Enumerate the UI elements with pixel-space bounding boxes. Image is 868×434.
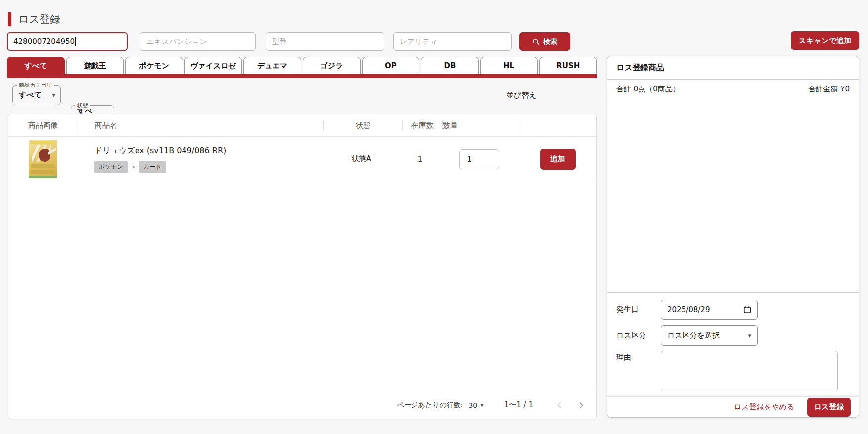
tab-op[interactable]: OP [362, 57, 420, 74]
card-art [48, 147, 56, 160]
rows-per-page-value: 30 [468, 401, 477, 409]
search-button-label: 検索 [543, 37, 558, 46]
tab-label: OP [385, 61, 397, 70]
quantity-input[interactable] [459, 149, 499, 169]
category-breadcrumb: ポケモン > カード [94, 161, 322, 173]
column-divider [522, 120, 522, 131]
chevron-right-icon [576, 400, 587, 411]
scan-add-label: スキャンで追加 [799, 36, 852, 45]
add-button-label: 追加 [550, 154, 565, 164]
title-accent-bar [8, 12, 11, 26]
next-page-button[interactable] [575, 399, 588, 412]
barcode-value: 4280007204950 [13, 37, 75, 46]
header-quantity: 数量 [443, 121, 522, 130]
chevron-down-icon: ▾ [45, 91, 55, 99]
add-button[interactable]: 追加 [540, 149, 576, 170]
pagination-bar: ページあたりの行数: 30 ▾ 1〜1 / 1 [8, 391, 596, 419]
header-name: 商品名 [78, 121, 323, 130]
product-condition: 状態A [322, 154, 401, 164]
chevron-left-icon [554, 400, 565, 411]
category-filter-value: すべて [19, 90, 42, 100]
category-chip: カード [139, 161, 166, 173]
tab-yugioh[interactable]: 遊戯王 [66, 57, 124, 74]
page-header: ロス登録 [8, 12, 60, 27]
rows-per-page-select[interactable]: 30 ▾ [468, 401, 483, 409]
panel-totals-row: 合計 0点（0商品） 合計金額 ¥0 [607, 80, 859, 99]
tab-label: すべて [24, 61, 47, 71]
card-art [30, 141, 55, 144]
cancel-loss-button[interactable]: ロス登録をやめる [734, 402, 794, 412]
tab-label: ヴァイスロゼ [190, 61, 236, 71]
panel-title: ロス登録商品 [607, 56, 859, 80]
condition-filter-label: 状態 [75, 102, 90, 109]
tab-rush[interactable]: RUSH [539, 57, 597, 74]
submit-loss-label: ロス登録 [814, 402, 844, 412]
panel-footer: ロス登録をやめる ロス登録 [607, 396, 859, 417]
text-cursor [75, 37, 76, 46]
reason-label: 理由 [616, 351, 661, 362]
product-table-card: 商品画像 商品名 状態 在庫数 数量 ドリュウズex (sv11B 049/08… [8, 114, 597, 419]
tab-weiss[interactable]: ヴァイスロゼ [184, 57, 242, 74]
tab-underline [7, 74, 597, 78]
rows-per-page-label: ページあたりの行数: [397, 401, 463, 410]
expansion-input[interactable] [140, 32, 256, 51]
table-header: 商品画像 商品名 状態 在庫数 数量 [8, 114, 596, 137]
calendar-icon [743, 306, 751, 314]
tab-godzilla[interactable]: ゴジラ [303, 57, 361, 74]
tab-db[interactable]: DB [421, 57, 479, 74]
total-amount: 合計金額 ¥0 [808, 85, 850, 94]
tab-pokemon[interactable]: ポケモン [125, 57, 183, 74]
tab-label: デュエマ [257, 61, 287, 71]
date-input[interactable]: 2025/08/29 [661, 300, 758, 320]
sort-text-label: 並び替え [506, 91, 537, 100]
page-title: ロス登録 [18, 12, 60, 26]
category-tabbar: すべて 遊戯王 ポケモン ヴァイスロゼ デュエマ ゴジラ OP DB HL RU… [7, 57, 597, 78]
tab-label: 遊戯王 [84, 61, 106, 71]
chevron-down-icon: ▾ [748, 332, 751, 339]
tab-label: ゴジラ [320, 61, 343, 71]
category-filter-label: 商品カテゴリ [17, 82, 54, 89]
previous-page-button[interactable] [553, 399, 566, 412]
table-row: ドリュウズex (sv11B 049/086 RR) ポケモン > カード 状態… [8, 137, 596, 181]
category-filter-select[interactable]: 商品カテゴリ すべて ▾ [12, 85, 61, 105]
search-icon [532, 38, 540, 45]
product-name: ドリュウズex (sv11B 049/086 RR) [94, 146, 322, 156]
tab-label: RUSH [556, 61, 580, 70]
loss-registration-panel: ロス登録商品 合計 0点（0商品） 合計金額 ¥0 発生日 2025/08/29… [607, 56, 859, 418]
card-art [29, 176, 57, 178]
total-items: 合計 0点（0商品） [616, 85, 680, 94]
category-chip: ポケモン [94, 161, 128, 173]
chevron-right-icon: > [131, 164, 136, 170]
product-stock: 1 [401, 155, 440, 164]
loss-type-value: ロス区分を選択 [667, 331, 720, 340]
search-button[interactable]: 検索 [519, 32, 570, 51]
model-number-input[interactable] [266, 32, 384, 51]
loss-form: 発生日 2025/08/29 ロス区分 ロス区分を選択 ▾ 理由 [607, 293, 859, 396]
pagination-range: 1〜1 / 1 [504, 400, 533, 410]
rarity-input[interactable] [393, 32, 512, 51]
tab-hl[interactable]: HL [480, 57, 538, 74]
header-stock: 在庫数 [403, 121, 442, 130]
barcode-input[interactable]: 4280007204950 [7, 32, 128, 51]
chevron-down-icon: ▾ [477, 401, 484, 409]
reason-textarea[interactable] [661, 351, 838, 391]
date-label: 発生日 [616, 305, 661, 314]
tab-label: DB [444, 61, 456, 70]
loss-type-select[interactable]: ロス区分を選択 ▾ [661, 325, 758, 346]
date-value: 2025/08/29 [667, 305, 710, 314]
tab-duema[interactable]: デュエマ [243, 57, 301, 74]
loss-type-label: ロス区分 [616, 331, 661, 340]
loss-items-list [607, 99, 859, 293]
product-image[interactable] [29, 140, 57, 178]
header-condition: 状態 [324, 121, 402, 130]
card-art [31, 170, 55, 174]
card-art [31, 164, 55, 168]
tab-label: HL [503, 61, 514, 70]
scan-add-button[interactable]: スキャンで追加 [791, 31, 859, 50]
tab-label: ポケモン [139, 61, 169, 71]
submit-loss-button[interactable]: ロス登録 [807, 398, 851, 417]
header-image: 商品画像 [8, 121, 78, 130]
tab-all[interactable]: すべて [7, 57, 65, 74]
